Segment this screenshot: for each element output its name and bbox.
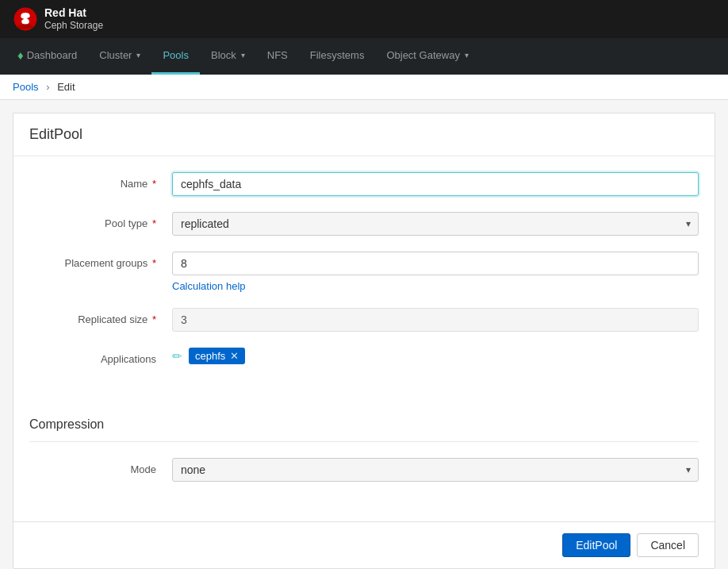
compression-title: Compression [29,417,699,442]
pool-type-select-wrap: replicated erasure ▾ [172,212,699,236]
pool-type-label: Pool type * [29,212,172,229]
nav-cluster[interactable]: Cluster ▾ [88,38,151,75]
replicated-size-field-group: Replicated size * 3 [29,308,699,332]
nav-filesystems[interactable]: Filesystems [299,38,376,75]
placement-groups-label: Placement groups * [29,252,172,269]
cephfs-tag-label: cephfs [195,350,225,362]
pool-type-select[interactable]: replicated erasure [172,212,699,236]
compression-body: Mode none passive active force ▾ [13,458,715,521]
navbar: ♦ Dashboard Cluster ▾ Pools Block ▾ NFS … [0,38,728,75]
svg-point-1 [17,24,33,29]
pool-type-dropdown-wrap: replicated erasure ▾ [172,212,699,236]
brand-text: Red Hat Ceph Storage [44,6,103,31]
name-label: Name * [29,172,172,190]
name-input-wrap [172,172,699,196]
card-body: Name * Pool type * replicated e [13,156,715,405]
breadcrumb: Pools › Edit [0,75,728,100]
cancel-button[interactable]: Cancel [637,533,699,557]
mode-label: Mode [29,458,172,475]
edit-pool-card: EditPool Name * Pool type * [13,113,715,569]
replicated-size-value: 3 [172,308,699,332]
applications-label: Applications [29,348,172,365]
replicated-size-label: Replicated size * [29,308,172,325]
applications-edit-icon[interactable]: ✏ [172,349,182,363]
card-footer: EditPool Cancel [13,521,715,568]
placement-groups-field-group: Placement groups * Calculation help [29,252,699,292]
card-title: EditPool [29,126,699,143]
breadcrumb-separator: › [46,81,49,93]
object-gateway-caret: ▾ [465,51,469,60]
mode-dropdown-wrap: none passive active force ▾ [172,458,699,482]
placement-groups-input-wrap: Calculation help [172,252,699,292]
redhat-logo [13,6,38,32]
brand: Red Hat Ceph Storage [13,6,103,32]
main-content: EditPool Name * Pool type * [0,100,728,569]
compression-section: Compression [13,405,715,442]
nav-object-gateway[interactable]: Object Gateway ▾ [375,38,480,75]
placement-groups-input[interactable] [172,252,699,275]
dashboard-icon: ♦ [17,48,24,62]
cluster-caret: ▾ [136,51,140,60]
applications-field-group: Applications ✏ cephfs ✕ [29,348,699,365]
applications-row: ✏ cephfs ✕ [172,348,699,364]
pool-type-required: * [152,217,156,229]
mode-field-group: Mode none passive active force ▾ [29,458,699,482]
card-header: EditPool [13,113,715,156]
breadcrumb-current: Edit [57,81,75,93]
cephfs-tag: cephfs ✕ [189,348,245,364]
applications-control-wrap: ✏ cephfs ✕ [172,348,699,364]
editpool-submit-button[interactable]: EditPool [562,533,630,557]
mode-select[interactable]: none passive active force [172,458,699,482]
mode-select-wrap: none passive active force ▾ [172,458,699,482]
block-caret: ▾ [241,51,245,60]
topbar: Red Hat Ceph Storage [0,0,728,38]
replicated-size-input-wrap: 3 [172,308,699,332]
nav-pools[interactable]: Pools [151,38,200,75]
name-field-group: Name * [29,172,699,196]
nav-block[interactable]: Block ▾ [200,38,256,75]
name-required: * [152,178,156,190]
placement-groups-required: * [152,257,156,269]
breadcrumb-pools-link[interactable]: Pools [13,81,39,93]
pool-type-field-group: Pool type * replicated erasure ▾ [29,212,699,236]
nav-nfs[interactable]: NFS [256,38,299,75]
cephfs-tag-close[interactable]: ✕ [230,351,239,361]
calculation-help-link[interactable]: Calculation help [172,280,246,292]
nav-dashboard[interactable]: ♦ Dashboard [6,38,88,75]
replicated-size-required: * [152,313,156,325]
name-input[interactable] [172,172,699,196]
